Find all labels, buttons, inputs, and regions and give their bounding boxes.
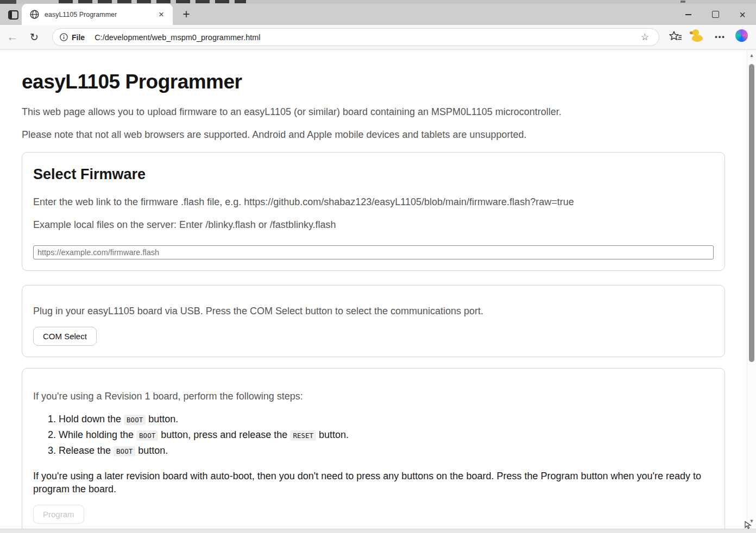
maximize-icon [712, 11, 719, 18]
firmware-local-examples: Example local files on the server: Enter… [33, 219, 714, 231]
close-button[interactable]: × [729, 4, 756, 25]
maximize-button[interactable] [702, 4, 729, 25]
select-firmware-heading: Select Firmware [33, 166, 714, 183]
browser-toolbar: ← ↻ File C:/development/web_mspm0_progra… [0, 25, 756, 50]
com-select-card: Plug in your easyL1105 board via USB. Pr… [22, 285, 725, 357]
back-icon[interactable]: ← [5, 29, 20, 45]
background-window-fragment [0, 0, 16, 4]
scroll-up-icon[interactable]: ▲ [747, 53, 756, 58]
favorites-hub-icon[interactable] [669, 29, 683, 43]
duck-extension-icon[interactable] [691, 29, 704, 42]
program-button[interactable]: Program [33, 505, 84, 524]
page-title: easyL1105 Programmer [22, 71, 725, 93]
reset-code-chip: RESET [290, 430, 316, 441]
revision1-instructions: If you're using a Revision 1 board, perf… [33, 391, 714, 402]
vertical-scrollbar[interactable]: ▲ ▼ [747, 50, 756, 529]
intro-paragraph: This web page allows you to upload firmw… [22, 106, 725, 118]
tab-close-icon[interactable]: × [155, 9, 167, 20]
com-select-button[interactable]: COM Select [33, 327, 97, 346]
copilot-icon[interactable] [735, 29, 748, 42]
window-controls: × [675, 4, 756, 25]
boot-code-chip: BOOT [136, 430, 158, 441]
select-firmware-card: Select Firmware Enter the web link to th… [22, 152, 725, 271]
settings-menu-icon[interactable]: ••• [712, 28, 728, 45]
page-info-chip[interactable]: File [60, 33, 94, 42]
tab-strip: easyL1105 Programmer × + × [0, 4, 756, 25]
com-select-instructions: Plug in your easyL1105 board via USB. Pr… [33, 306, 714, 317]
list-item: While holding the BOOT button, press and… [59, 428, 714, 442]
browser-support-paragraph: Please note that not all web browsers ar… [22, 129, 725, 141]
window-bottom-edge [0, 529, 756, 533]
auto-boot-paragraph: If you're using a later revision board w… [33, 469, 714, 496]
info-icon [60, 33, 68, 41]
bookmark-star-icon[interactable]: ☆ [638, 31, 652, 43]
tab-actions-menu-icon[interactable] [5, 8, 21, 22]
background-window-text-fragment [59, 0, 246, 3]
background-window-fragment [681, 1, 685, 3]
scrollbar-thumb[interactable] [749, 64, 754, 362]
minimize-icon [685, 14, 691, 15]
mouse-cursor [743, 519, 755, 531]
url-text: C:/development/web_mspm0_programmer.html [94, 33, 638, 42]
address-bar[interactable]: File C:/development/web_mspm0_programmer… [52, 28, 659, 46]
program-card: If you're using a Revision 1 board, perf… [22, 368, 725, 529]
boot-code-chip: BOOT [124, 415, 146, 425]
boot-steps-list: Hold down the BOOT button. While holding… [33, 413, 714, 458]
tab-title: easyL1105 Programmer [45, 11, 152, 18]
url-scheme-label: File [72, 33, 85, 42]
browser-window: easyL1105 Programmer × + × ← ↻ File [0, 0, 756, 533]
list-item: Release the BOOT button. [59, 444, 714, 458]
page-content: easyL1105 Programmer This web page allow… [0, 50, 747, 529]
background-window-sliver [0, 0, 756, 4]
refresh-icon[interactable]: ↻ [27, 29, 42, 45]
firmware-link-instructions: Enter the web link to the firmware .flas… [33, 196, 714, 208]
firmware-url-input[interactable] [33, 245, 714, 259]
browser-tab[interactable]: easyL1105 Programmer × [22, 4, 173, 25]
duck-body [692, 35, 703, 42]
close-icon: × [739, 9, 746, 20]
list-item: Hold down the BOOT button. [59, 413, 714, 427]
minimize-button[interactable] [675, 4, 702, 25]
new-tab-button[interactable]: + [178, 6, 194, 22]
boot-code-chip: BOOT [114, 446, 135, 456]
globe-icon [30, 10, 39, 19]
